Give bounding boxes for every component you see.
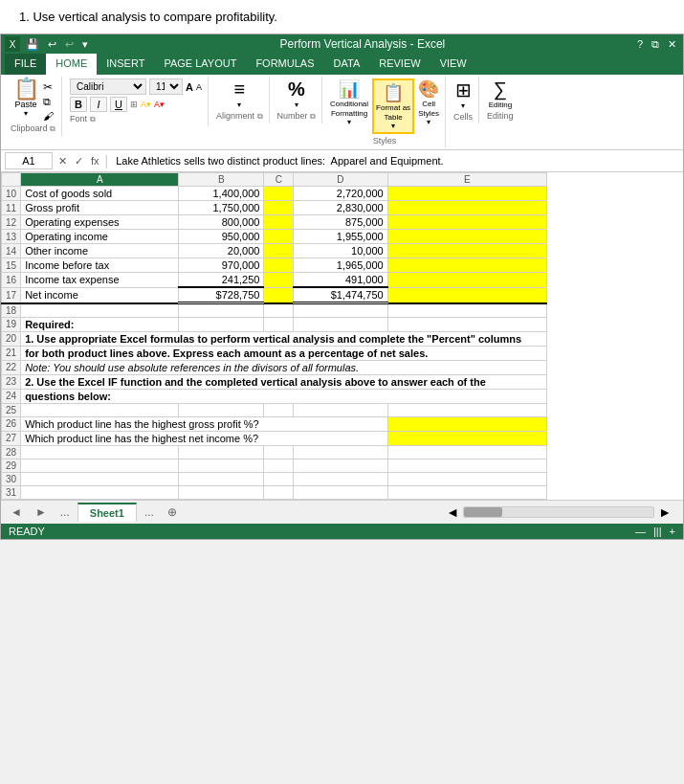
conditional-formatting-btn[interactable]: 📊 ConditionalFormatting ▾ — [330, 78, 368, 126]
cell-d18[interactable] — [294, 303, 388, 318]
cell-e25[interactable] — [387, 403, 546, 416]
insert-function-icon[interactable]: fx — [89, 153, 101, 168]
bold-btn[interactable]: B — [70, 97, 87, 112]
formula-input[interactable] — [112, 153, 679, 168]
zoom-in-btn[interactable]: + — [670, 526, 675, 537]
cell-c28[interactable] — [264, 445, 294, 459]
qa-dropdown-icon[interactable]: ▾ — [79, 37, 91, 52]
cut-btn[interactable]: ✂ — [43, 80, 54, 94]
cell-a28[interactable] — [21, 445, 179, 459]
scrollbar-track[interactable] — [463, 506, 654, 518]
cell-d15[interactable]: 1,965,000 — [294, 258, 388, 273]
sheet-tab-sheet1[interactable]: Sheet1 — [77, 503, 137, 522]
cell-c12[interactable] — [264, 215, 294, 230]
cell-e28[interactable] — [387, 445, 546, 459]
cell-b11[interactable]: 1,750,000 — [179, 201, 264, 215]
cell-b13[interactable]: 950,000 — [179, 230, 264, 244]
save-icon[interactable]: 💾 — [23, 37, 42, 52]
confirm-formula-icon[interactable]: ✓ — [73, 153, 85, 169]
cell-e26[interactable] — [387, 416, 546, 431]
cell-styles-btn[interactable]: 🎨 CellStyles ▾ — [418, 78, 439, 126]
cell-d25[interactable] — [294, 403, 388, 416]
cell-a21[interactable]: for both product lines above. Express ea… — [21, 346, 547, 360]
cell-b28[interactable] — [179, 445, 264, 459]
format-painter-btn[interactable]: 🖌 — [43, 110, 54, 122]
number-btn[interactable]: % ▾ — [288, 78, 305, 109]
cell-e15[interactable] — [387, 258, 546, 273]
cell-a27[interactable]: Which product line has the highest net i… — [21, 431, 388, 445]
font-color-btn[interactable]: A▾ — [154, 100, 165, 109]
cell-b12[interactable]: 800,000 — [179, 215, 264, 230]
cell-c13[interactable] — [264, 230, 294, 244]
cell-b16[interactable]: 241,250 — [179, 273, 264, 288]
cell-a29[interactable] — [21, 459, 179, 472]
paste-btn[interactable]: 📋 Paste ▾ — [13, 78, 39, 118]
italic-btn[interactable]: I — [90, 97, 107, 112]
cell-e30[interactable] — [387, 472, 546, 485]
underline-btn[interactable]: U — [110, 97, 127, 112]
col-header-d[interactable]: D — [294, 173, 388, 187]
cell-b29[interactable] — [179, 459, 264, 472]
cell-d14[interactable]: 10,000 — [294, 244, 388, 258]
cell-b19[interactable] — [179, 317, 264, 331]
tab-page-layout[interactable]: PAGE LAYOUT — [154, 54, 246, 75]
close-btn[interactable]: ✕ — [665, 37, 679, 52]
cell-d30[interactable] — [294, 472, 388, 485]
cell-c30[interactable] — [264, 472, 294, 485]
cell-d10[interactable]: 2,720,000 — [294, 187, 388, 201]
cell-c29[interactable] — [264, 459, 294, 472]
cell-d31[interactable] — [294, 485, 388, 499]
tab-file[interactable]: FILE — [5, 54, 46, 75]
cell-b10[interactable]: 1,400,000 — [179, 187, 264, 201]
tab-data[interactable]: DATA — [324, 54, 370, 75]
cell-a18[interactable] — [21, 303, 179, 318]
tab-review[interactable]: REVIEW — [369, 54, 430, 75]
cancel-formula-icon[interactable]: ✕ — [56, 153, 69, 169]
cell-e18[interactable] — [387, 303, 546, 318]
scroll-right-btn[interactable]: ► — [658, 504, 672, 520]
editing-btn[interactable]: ∑ Editing — [489, 78, 512, 109]
cell-a14[interactable]: Other income — [21, 244, 179, 258]
cell-c19[interactable] — [264, 317, 294, 331]
cell-c25[interactable] — [264, 403, 294, 416]
cell-e14[interactable] — [387, 244, 546, 258]
font-size-select[interactable]: 11 — [149, 78, 183, 95]
scrollbar-thumb[interactable] — [464, 507, 502, 517]
cell-e16[interactable] — [387, 273, 546, 288]
cell-c11[interactable] — [264, 201, 294, 215]
cell-a20[interactable]: 1. Use appropriate Excel formulas to per… — [21, 331, 547, 346]
more-sheets-2-btn[interactable]: ... — [139, 504, 160, 521]
cell-d28[interactable] — [294, 445, 388, 459]
col-header-b[interactable]: B — [179, 173, 264, 187]
cells-btn[interactable]: ⊞ ▾ — [455, 78, 472, 110]
cell-a24[interactable]: questions below: — [21, 389, 547, 403]
cell-a15[interactable]: Income before tax — [21, 258, 179, 273]
fill-color-btn[interactable]: A▾ — [141, 100, 151, 109]
cell-c31[interactable] — [264, 485, 294, 499]
cell-c17[interactable] — [264, 287, 294, 303]
cell-reference[interactable]: A1 — [5, 152, 53, 169]
cell-c14[interactable] — [264, 244, 294, 258]
cell-d11[interactable]: 2,830,000 — [294, 201, 388, 215]
cell-a10[interactable]: Cost of goods sold — [21, 187, 179, 201]
more-sheets-btn[interactable]: ... — [55, 504, 76, 521]
copy-btn[interactable]: ⧉ — [43, 96, 54, 108]
cell-b30[interactable] — [179, 472, 264, 485]
cell-e12[interactable] — [387, 215, 546, 230]
cell-e10[interactable] — [387, 187, 546, 201]
undo-icon[interactable]: ↩ — [45, 37, 59, 52]
border-btn[interactable]: ⊞ — [130, 100, 138, 109]
cell-b17[interactable]: $728,750 — [179, 287, 264, 303]
cell-d19[interactable] — [294, 317, 388, 331]
cell-c15[interactable] — [264, 258, 294, 273]
col-header-c[interactable]: C — [264, 173, 294, 187]
tab-home[interactable]: HOME — [46, 54, 97, 75]
cell-a31[interactable] — [21, 485, 179, 499]
alignment-btn[interactable]: ≡ ▾ — [233, 78, 245, 109]
cell-a22[interactable]: Note: You should use absolute references… — [21, 360, 547, 374]
cell-c10[interactable] — [264, 187, 294, 201]
cell-e17[interactable] — [387, 287, 546, 303]
cell-b15[interactable]: 970,000 — [179, 258, 264, 273]
cell-a16[interactable]: Income tax expense — [21, 273, 179, 288]
zoom-out-btn[interactable]: — — [635, 526, 646, 537]
